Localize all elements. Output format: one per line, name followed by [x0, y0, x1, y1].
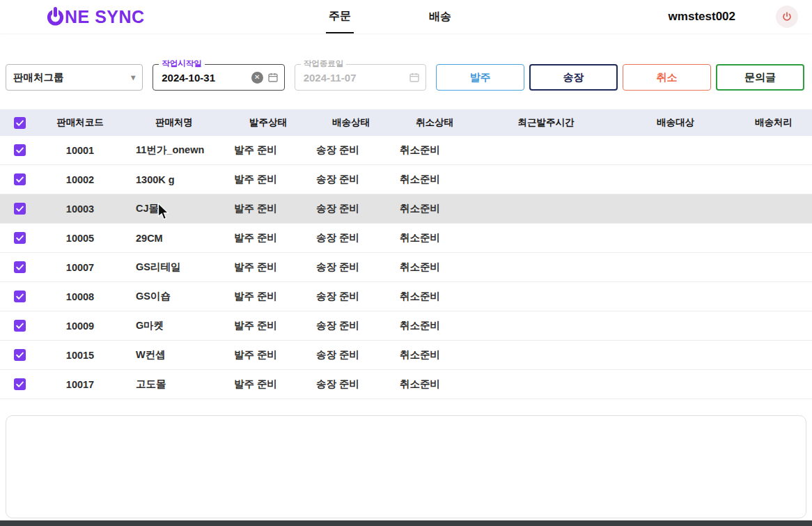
sellers-table: 판매처코드 판매처명 발주상태 배송상태 취소상태 최근발주시간 배송대상 배송… — [0, 109, 812, 399]
table-row[interactable]: 10007 GS리테일 발주 준비 송장 준비 취소준비 — [0, 253, 812, 282]
row-checkbox[interactable] — [14, 291, 26, 302]
seller-code: 10017 — [39, 379, 121, 390]
cancel-button[interactable]: 취소 — [623, 64, 711, 91]
table-row[interactable]: 10015 W컨셉 발주 준비 송장 준비 취소준비 — [0, 341, 812, 370]
table-row[interactable]: 10003 CJ몰 발주 준비 송장 준비 취소준비 — [0, 194, 812, 224]
seller-group-value: 판매처그룹 — [13, 71, 64, 84]
table-row[interactable]: 10002 1300K g 발주 준비 송장 준비 취소준비 — [0, 165, 812, 194]
row-checkbox-cell — [0, 349, 39, 361]
calendar-icon[interactable] — [267, 72, 279, 83]
order-status: 발주 준비 — [227, 144, 309, 157]
detail-panel — [6, 415, 806, 518]
start-date-value: 2024-10-31 — [162, 72, 247, 84]
col-header-ship-process: 배송처리 — [735, 116, 812, 129]
row-checkbox-cell — [0, 144, 39, 156]
ship-status: 송장 준비 — [309, 144, 393, 157]
col-header-seller-code: 판매처코드 — [39, 116, 121, 129]
cancel-status: 취소준비 — [393, 290, 476, 303]
calendar-icon[interactable] — [409, 72, 420, 83]
seller-group-select[interactable]: 판매처그룹 ▾ — [6, 64, 143, 91]
row-checkbox-cell — [0, 261, 39, 273]
order-status: 발주 준비 — [227, 261, 309, 274]
table-row[interactable]: 10001 11번가_onewn 발주 준비 송장 준비 취소준비 — [0, 136, 812, 165]
col-header-ship-target: 배송대상 — [616, 116, 735, 129]
select-all-cell — [0, 117, 39, 129]
row-checkbox-cell — [0, 203, 39, 215]
seller-name: 고도몰 — [121, 378, 227, 391]
table-row[interactable]: 10017 고도몰 발주 준비 송장 준비 취소준비 — [0, 370, 812, 399]
cancel-status: 취소준비 — [393, 261, 476, 274]
row-checkbox[interactable] — [14, 232, 26, 244]
end-date-field[interactable]: 작업종료일 2024-11-07 — [295, 64, 426, 91]
filter-bar: 판매처그룹 ▾ 작업시작일 2024-10-31 ✕ 작업종료일 2024-11… — [0, 64, 812, 91]
ship-status: 송장 준비 — [309, 202, 393, 215]
table-row[interactable]: 10008 GS이숍 발주 준비 송장 준비 취소준비 — [0, 282, 812, 311]
row-checkbox-cell — [0, 291, 39, 302]
seller-name: GS리테일 — [121, 261, 227, 274]
ship-status: 송장 준비 — [309, 231, 393, 245]
end-date-value: 2024-11-07 — [304, 72, 405, 84]
seller-name: 1300K g — [121, 174, 227, 185]
order-status: 발주 준비 — [227, 348, 309, 362]
table-header-row: 판매처코드 판매처명 발주상태 배송상태 취소상태 최근발주시간 배송대상 배송… — [0, 109, 812, 136]
seller-code: 10005 — [39, 233, 121, 244]
logout-power-button[interactable] — [776, 6, 798, 28]
row-checkbox-cell — [0, 378, 39, 390]
row-checkbox[interactable] — [14, 173, 26, 185]
order-status: 발주 준비 — [227, 202, 309, 215]
row-checkbox[interactable] — [14, 144, 26, 156]
seller-code: 10015 — [39, 350, 121, 361]
seller-name: CJ몰 — [121, 202, 227, 215]
table-row[interactable]: 10009 G마켓 발주 준비 송장 준비 취소준비 — [0, 311, 812, 341]
seller-name: 11번가_onewn — [121, 144, 227, 157]
tab-orders[interactable]: 주문 — [326, 0, 354, 33]
order-status: 발주 준비 — [227, 378, 309, 391]
seller-name: G마켓 — [121, 319, 227, 332]
start-date-field[interactable]: 작업시작일 2024-10-31 ✕ — [153, 64, 284, 91]
col-header-cancel-status: 취소상태 — [393, 116, 476, 129]
row-checkbox[interactable] — [14, 320, 26, 332]
col-header-last-order-time: 최근발주시간 — [476, 116, 616, 129]
cancel-status: 취소준비 — [393, 231, 476, 245]
username: wmstest002 — [669, 10, 735, 24]
table-row[interactable]: 10005 29CM 발주 준비 송장 준비 취소준비 — [0, 224, 812, 253]
logo-power-o-icon — [46, 7, 65, 26]
col-header-order-status: 발주상태 — [227, 116, 309, 129]
seller-name: W컨셉 — [121, 348, 227, 362]
select-all-checkbox[interactable] — [14, 117, 26, 129]
seller-name: 29CM — [121, 233, 227, 244]
ship-status: 송장 준비 — [309, 378, 393, 391]
main-nav: 주문 배송 — [326, 0, 454, 33]
seller-name: GS이숍 — [121, 290, 227, 303]
seller-code: 10007 — [39, 262, 121, 273]
ship-status: 송장 준비 — [309, 348, 393, 362]
action-buttons: 발주 송장 취소 문의글 — [436, 64, 806, 91]
inquiry-button[interactable]: 문의글 — [716, 64, 804, 91]
start-date-label: 작업시작일 — [159, 59, 205, 69]
seller-code: 10002 — [39, 174, 121, 185]
row-checkbox[interactable] — [14, 378, 26, 390]
cancel-status: 취소준비 — [393, 173, 476, 186]
col-header-seller-name: 판매처명 — [121, 116, 227, 129]
cancel-status: 취소준비 — [393, 144, 476, 157]
clear-date-icon[interactable]: ✕ — [251, 72, 263, 84]
row-checkbox[interactable] — [14, 349, 26, 361]
app-header: NE SYNC 주문 배송 wmstest002 — [0, 0, 812, 33]
tab-shipping[interactable]: 배송 — [426, 0, 454, 33]
ship-status: 송장 준비 — [309, 261, 393, 274]
power-icon — [781, 11, 793, 22]
invoice-button[interactable]: 송장 — [529, 64, 618, 91]
table-body: 10001 11번가_onewn 발주 준비 송장 준비 취소준비 10002 … — [0, 136, 812, 399]
order-status: 발주 준비 — [227, 231, 309, 245]
col-header-ship-status: 배송상태 — [309, 116, 393, 129]
order-button[interactable]: 발주 — [436, 64, 524, 91]
chevron-down-icon: ▾ — [131, 72, 135, 82]
cancel-status: 취소준비 — [393, 319, 476, 332]
end-date-label: 작업종료일 — [301, 59, 347, 69]
row-checkbox[interactable] — [14, 203, 26, 215]
header-right: wmstest002 — [669, 6, 802, 28]
cancel-status: 취소준비 — [393, 348, 476, 362]
row-checkbox-cell — [0, 173, 39, 185]
seller-code: 10001 — [39, 145, 121, 156]
row-checkbox[interactable] — [14, 261, 26, 273]
